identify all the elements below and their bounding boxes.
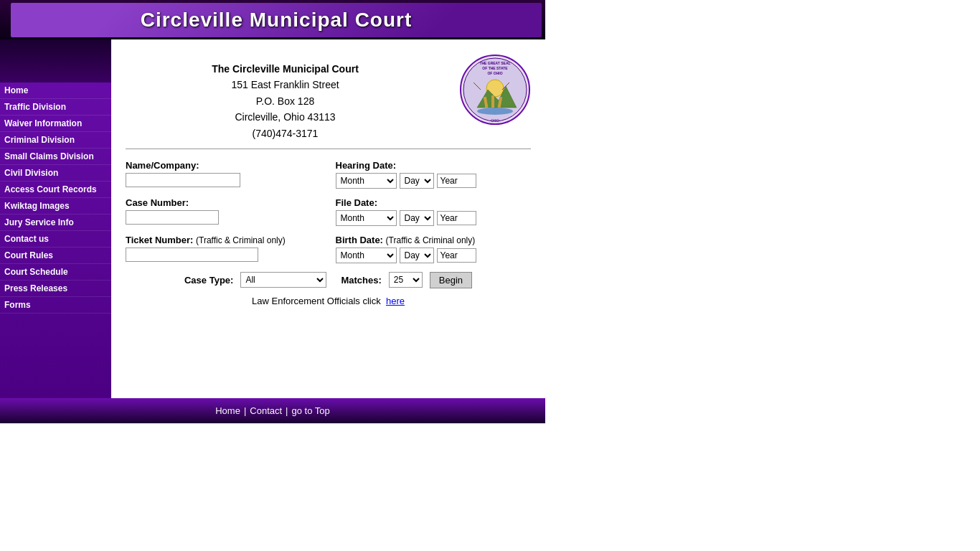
sidebar-item-kwiktag-images[interactable]: Kwiktag Images [0, 198, 111, 215]
case-type-row: Case Type: AllTrafficCriminalCivilSmall … [126, 272, 531, 288]
file-year-input[interactable] [437, 211, 476, 225]
footer: Home | Contact | go to Top [0, 398, 545, 423]
sidebar-item-access-court-records[interactable]: Access Court Records [0, 182, 111, 198]
sidebar-item-criminal-division[interactable]: Criminal Division [0, 132, 111, 149]
sidebar-item-court-rules[interactable]: Court Rules [0, 248, 111, 264]
search-form: Name/Company: Hearing Date: MonthJanuary… [111, 149, 545, 331]
case-number-input[interactable] [126, 210, 219, 225]
name-company-input[interactable] [126, 173, 240, 187]
sidebar-item-traffic-division[interactable]: Traffic Division [0, 99, 111, 116]
file-day-select[interactable]: Day1234567891011121314151617181920212223… [400, 210, 434, 226]
sidebar-item-court-schedule[interactable]: Court Schedule [0, 264, 111, 281]
sidebar-item-forms[interactable]: Forms [0, 297, 111, 314]
hearing-day-select[interactable]: Day1234567891011121314151617181920212223… [400, 173, 434, 189]
footer-top-link[interactable]: go to Top [292, 405, 330, 416]
ticket-number-input[interactable] [126, 248, 258, 262]
case-type-select[interactable]: AllTrafficCriminalCivilSmall Claims [240, 272, 326, 288]
birth-year-input[interactable] [437, 248, 476, 263]
sidebar: HomeTraffic DivisionWaiver InformationCr… [0, 39, 111, 398]
sidebar-item-jury-service-info[interactable]: Jury Service Info [0, 215, 111, 231]
sidebar-item-small-claims-division[interactable]: Small Claims Division [0, 149, 111, 165]
sidebar-item-civil-division[interactable]: Civil Division [0, 165, 111, 182]
birth-day-select[interactable]: Day1234567891011121314151617181920212223… [400, 248, 434, 263]
law-enforcement-link[interactable]: here [386, 296, 405, 306]
file-month-select[interactable]: MonthJanuaryFebruaryMarchAprilMayJuneJul… [336, 210, 397, 226]
birth-month-select[interactable]: MonthJanuaryFebruaryMarchAprilMayJuneJul… [336, 248, 397, 263]
sidebar-item-waiver-information[interactable]: Waiver Information [0, 116, 111, 132]
svg-text:OHIO: OHIO [491, 119, 499, 123]
sidebar-item-contact-us[interactable]: Contact us [0, 231, 111, 248]
svg-text:THE GREAT SEAL: THE GREAT SEAL [479, 61, 510, 65]
matches-select[interactable]: 2550100 [389, 272, 423, 288]
ticket-number-suffix: (Traffic & Criminal only) [196, 235, 286, 245]
court-seal: THE GREAT SEAL OF THE STATE OF OHIO [459, 54, 531, 126]
law-enforcement-text: Law Enforcement Officials click [252, 296, 381, 306]
hearing-date-label: Hearing Date: [336, 160, 532, 171]
footer-home-link[interactable]: Home [215, 405, 240, 416]
hearing-year-input[interactable] [437, 174, 476, 188]
birth-date-suffix: (Traffic & Criminal only) [386, 235, 476, 245]
name-company-label: Name/Company: [126, 160, 321, 171]
court-info: The Circleville Municipal Court 151 East… [126, 54, 445, 141]
hearing-month-select[interactable]: MonthJanuaryFebruaryMarchAprilMayJuneJul… [336, 173, 397, 189]
svg-text:OF THE STATE: OF THE STATE [482, 66, 508, 70]
begin-button[interactable]: Begin [430, 272, 472, 288]
svg-text:OF OHIO: OF OHIO [487, 71, 502, 75]
ticket-number-label: Ticket Number: [126, 235, 193, 245]
case-number-label: Case Number: [126, 197, 321, 208]
page-title: Circleville Municipal Court [141, 9, 413, 31]
svg-rect-9 [491, 95, 494, 108]
sidebar-item-press-releases[interactable]: Press Releases [0, 281, 111, 297]
sidebar-item-home[interactable]: Home [0, 83, 111, 99]
case-type-label: Case Type: [184, 275, 233, 286]
svg-point-7 [477, 108, 513, 115]
footer-contact-link[interactable]: Contact [250, 405, 282, 416]
matches-label: Matches: [341, 275, 381, 286]
file-date-label: File Date: [336, 197, 532, 208]
birth-date-label: Birth Date: [336, 235, 383, 245]
law-enforcement-row: Law Enforcement Officials click here [126, 296, 531, 306]
